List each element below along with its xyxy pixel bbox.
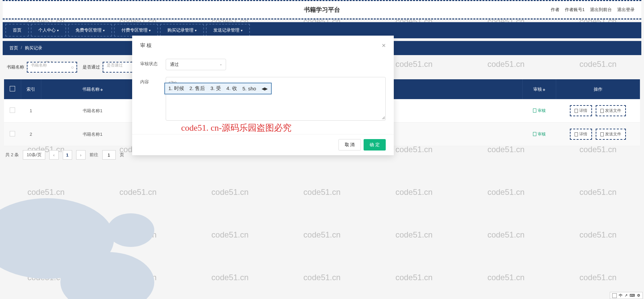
ime-candidate[interactable]: 1. 时候 — [168, 85, 184, 92]
status-select[interactable]: 通过 ▾ — [166, 59, 226, 70]
ime-candidate[interactable]: 5. sho — [243, 86, 256, 91]
ime-candidate[interactable]: 2. 售后 — [190, 85, 205, 92]
ime-nav-icon[interactable]: ◀▶ — [262, 86, 268, 91]
chevron-down-icon: ▾ — [220, 63, 222, 67]
ime-popup: 1. 时候2. 售后3. 受4. 收5. sho◀▶ — [164, 83, 272, 94]
modal-header: 审 核 × — [132, 36, 394, 55]
ime-candidate[interactable]: 4. 收 — [226, 85, 237, 92]
close-icon[interactable]: × — [382, 42, 386, 49]
resize-handle-icon[interactable]: ◢ — [382, 115, 385, 120]
modal-overlay: 审 核 × 审核状态 通过 ▾ 内容 s'ho ◢ 取 消 确 定 — [0, 0, 644, 299]
cancel-button[interactable]: 取 消 — [338, 139, 361, 151]
modal-footer: 取 消 确 定 — [132, 134, 394, 155]
confirm-button[interactable]: 确 定 — [364, 139, 386, 151]
status-label: 审核状态 — [140, 59, 160, 67]
content-label: 内容 — [140, 77, 160, 85]
ime-candidate[interactable]: 3. 受 — [210, 85, 221, 92]
red-overlay-text: code51. cn-源码乐园盗图必究 — [181, 122, 291, 134]
ime-candidates[interactable]: 1. 时候2. 售后3. 受4. 收5. sho◀▶ — [164, 83, 272, 94]
review-modal: 审 核 × 审核状态 通过 ▾ 内容 s'ho ◢ 取 消 确 定 — [132, 36, 394, 155]
status-row: 审核状态 通过 ▾ — [140, 59, 386, 70]
modal-title: 审 核 — [140, 42, 152, 49]
